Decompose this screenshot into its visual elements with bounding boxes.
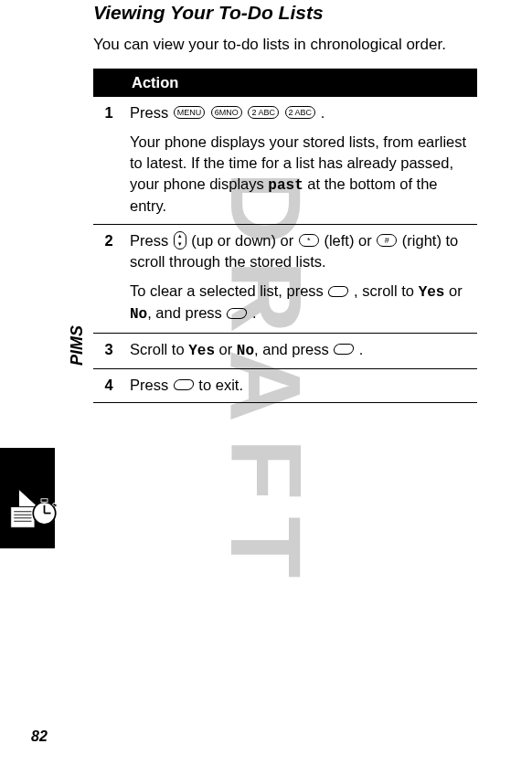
text: or: [444, 282, 462, 299]
softkey-icon: [327, 286, 349, 297]
text: Press: [130, 104, 173, 121]
action-header: Action: [124, 69, 477, 97]
pims-icon: [9, 484, 60, 536]
section-title: Viewing Your To-Do Lists: [93, 2, 477, 24]
step-text: Scroll to Yes or No, and press .: [124, 333, 477, 368]
svg-marker-5: [19, 489, 38, 506]
scroll-key-icon: [174, 231, 186, 250]
text: .: [359, 341, 364, 357]
no-code: No: [130, 306, 147, 323]
step-number: 4: [93, 368, 124, 403]
softkey-icon: [333, 344, 355, 355]
step-number: 2: [93, 224, 124, 333]
text: , and press: [147, 304, 226, 321]
step-row-2: 2 Press (up or down) or * (left) or # (r…: [93, 224, 477, 333]
star-key-icon: *: [299, 234, 319, 247]
text: Press: [130, 377, 173, 393]
end-key-icon: [173, 379, 195, 390]
yes-code: Yes: [419, 284, 445, 301]
action-table: Action 1 Press MENU 6MNO 2 ABC 2 ABC . Y…: [93, 69, 477, 403]
text: , and press: [254, 341, 333, 357]
yes-code: Yes: [188, 343, 215, 359]
text: .: [252, 304, 257, 321]
text: .: [321, 104, 325, 121]
six-key-icon: 6MNO: [211, 106, 242, 119]
page-content: Viewing Your To-Do Lists You can view yo…: [0, 0, 532, 403]
page-number: 82: [31, 728, 48, 745]
text: Press: [130, 232, 173, 249]
step-number: 3: [93, 333, 124, 368]
intro-paragraph: You can view your to-do lists in chronol…: [93, 35, 477, 56]
action-header-blank: [93, 69, 124, 97]
svg-rect-0: [11, 507, 35, 528]
text: Scroll to: [130, 341, 188, 357]
text: (up or down) or: [191, 232, 297, 249]
step-row-3: 3 Scroll to Yes or No, and press .: [93, 333, 477, 368]
step-text: Press MENU 6MNO 2 ABC 2 ABC . Your phone…: [124, 97, 477, 225]
hash-key-icon: #: [377, 234, 397, 247]
no-code: No: [237, 343, 254, 359]
text: or: [215, 341, 237, 357]
text: to exit.: [198, 377, 243, 393]
step-number: 1: [93, 97, 124, 225]
two-key-icon: 2 ABC: [248, 106, 279, 119]
text: To clear a selected list, press: [130, 282, 327, 299]
step-text: Press to exit.: [124, 368, 477, 403]
step-text: Press (up or down) or * (left) or # (rig…: [124, 224, 477, 333]
svg-rect-9: [41, 499, 48, 503]
text: (left) or: [324, 232, 376, 249]
softkey-icon: [226, 308, 248, 319]
step-row-1: 1 Press MENU 6MNO 2 ABC 2 ABC . Your pho…: [93, 97, 477, 225]
two-key-icon: 2 ABC: [285, 106, 316, 119]
past-code: past: [268, 177, 303, 194]
menu-key-icon: MENU: [174, 106, 206, 119]
step-row-4: 4 Press to exit.: [93, 368, 477, 403]
text: , scroll to: [354, 282, 419, 299]
